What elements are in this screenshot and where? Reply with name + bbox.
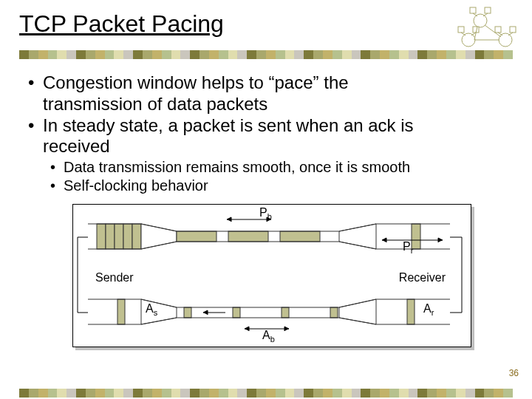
bullet-item: • Self-clocking behavior	[50, 177, 410, 195]
svg-rect-11	[495, 27, 501, 33]
svg-rect-20	[115, 224, 123, 249]
bullet-item: • Congestion window helps to “pace” the …	[28, 72, 414, 115]
label-receiver: Receiver	[399, 271, 446, 284]
pacing-diagram: Pb Pr Sender Receiver As Ab Ar	[72, 204, 471, 347]
bullet-text: transmission of data packets	[43, 94, 267, 114]
svg-rect-25	[280, 231, 320, 242]
label-pr: Pr	[403, 240, 413, 255]
label-pb: Pb	[259, 206, 272, 221]
svg-point-13	[499, 33, 512, 47]
svg-rect-31	[233, 307, 240, 318]
separator-bar-top	[19, 50, 513, 59]
label-ar: Ar	[423, 302, 434, 317]
bullet-text: received	[43, 136, 110, 156]
bullet-text: In steady state, a packet is sent when a…	[43, 115, 414, 135]
svg-rect-5	[458, 27, 464, 33]
svg-rect-32	[282, 307, 289, 318]
svg-rect-0	[470, 7, 476, 13]
bullet-text: Data transmission remains smooth, once i…	[64, 158, 410, 177]
svg-rect-22	[132, 224, 141, 249]
svg-rect-1	[485, 7, 491, 13]
svg-rect-18	[97, 224, 106, 249]
bullet-item: • Data transmission remains smooth, once…	[50, 158, 410, 177]
svg-rect-19	[106, 224, 115, 249]
svg-rect-34	[407, 299, 415, 324]
separator-bar-bottom	[19, 389, 513, 398]
slide: TCP Packet Pacing	[0, 0, 532, 399]
bullet-item: • In steady state, a packet is sent when…	[28, 115, 414, 158]
label-ab: Ab	[262, 329, 275, 344]
svg-rect-29	[117, 299, 125, 324]
bullet-list-2: • Data transmission remains smooth, once…	[50, 158, 410, 195]
svg-rect-21	[123, 224, 132, 249]
label-sender: Sender	[95, 271, 134, 284]
bullet-list-1: • Congestion window helps to “pace” the …	[28, 72, 414, 157]
corner-decoration	[457, 6, 520, 52]
bullet-text: Self-clocking behavior	[64, 177, 208, 195]
bullet-text: Congestion window helps to “pace” the	[43, 72, 349, 92]
svg-rect-33	[330, 307, 338, 318]
page-title: TCP Packet Pacing	[19, 10, 224, 38]
svg-rect-12	[510, 27, 516, 33]
page-number: 36	[509, 368, 519, 378]
svg-rect-30	[184, 307, 191, 318]
label-as: As	[146, 302, 157, 317]
svg-rect-23	[177, 231, 216, 242]
svg-rect-24	[228, 231, 268, 242]
svg-point-7	[462, 33, 475, 47]
